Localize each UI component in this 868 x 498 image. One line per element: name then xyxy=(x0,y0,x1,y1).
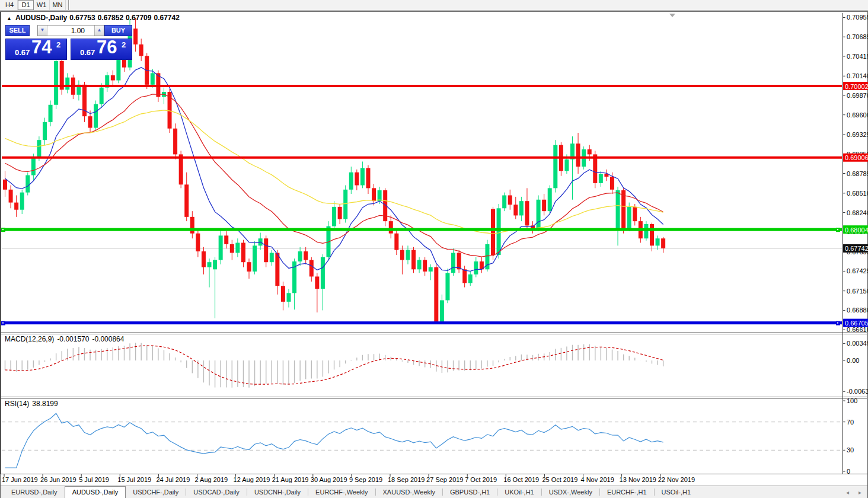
candle-body xyxy=(355,173,359,186)
tab-eurchf-weekly[interactable]: EURCHF-,Weekly xyxy=(308,486,375,498)
volume-input[interactable] xyxy=(47,25,94,36)
rsi-line xyxy=(5,413,663,468)
tab-scroll-right-icon[interactable]: ▸ xyxy=(859,489,861,496)
candle-body xyxy=(9,190,13,203)
candle-body xyxy=(445,273,449,300)
tab-eurusd-daily[interactable]: EURUSD-,Daily xyxy=(4,486,65,498)
candle-body xyxy=(576,143,580,167)
candle-body xyxy=(298,251,302,261)
hline-handle-dot xyxy=(837,229,838,230)
candle-body xyxy=(343,190,347,219)
collapse-triangle-icon[interactable]: ▲ xyxy=(7,15,12,21)
tab-usdchf-daily[interactable]: USDCHF-,Daily xyxy=(126,486,186,498)
hline-handle-dot xyxy=(837,323,838,324)
rsi-label: RSI(14) xyxy=(5,400,29,408)
date-label-15: 4 Nov 2019 xyxy=(581,476,614,483)
candle-body xyxy=(423,260,427,272)
candle-body xyxy=(264,238,268,262)
timeframe-button-h4[interactable]: H4 xyxy=(2,0,18,10)
candle-body xyxy=(372,188,376,201)
hline-handle-dot xyxy=(2,323,4,324)
volume-stepper: ▼ ▲ xyxy=(37,25,104,36)
candle-body xyxy=(219,235,223,260)
candle-body xyxy=(247,262,251,272)
tab-eurchf-h1[interactable]: EURCHF-,H1 xyxy=(600,486,654,498)
date-label-6: 12 Aug 2019 xyxy=(234,476,270,483)
price-tick-0.70685: 0.70685 xyxy=(847,33,868,40)
candle-body xyxy=(116,58,120,81)
chart-shift-marker-icon[interactable] xyxy=(669,14,675,17)
date-label-0: 17 Jun 2019 xyxy=(2,476,38,483)
candle-body xyxy=(111,75,115,80)
candle-body xyxy=(457,253,461,269)
tab-usdcnh-daily[interactable]: USDCNH-,Daily xyxy=(247,486,308,498)
hline-0.69006[interactable] xyxy=(2,157,842,159)
date-label-8: 30 Aug 2019 xyxy=(311,476,347,483)
sell-price-point: 2 xyxy=(56,40,60,49)
candle-body xyxy=(275,253,279,286)
tab-gbpusd-h1[interactable]: GBPUSD-,H1 xyxy=(443,486,497,498)
date-label-17: 22 Nov 2019 xyxy=(658,476,695,483)
candle-body xyxy=(88,116,92,127)
candle-body xyxy=(100,88,104,104)
tab-scroll-left-icon[interactable]: ◂ xyxy=(846,489,849,496)
hline-0.70002[interactable] xyxy=(2,85,842,87)
date-label-9: 9 Sep 2019 xyxy=(349,476,382,483)
candle-body xyxy=(360,168,365,185)
candle-body xyxy=(94,104,98,128)
tab-usdx-weekly[interactable]: USDX-,Weekly xyxy=(542,486,599,498)
candle-body xyxy=(208,262,212,267)
ohlc-high: 0.67852 xyxy=(98,14,123,22)
timeframe-button-d1[interactable]: D1 xyxy=(18,0,34,10)
timeframe-button-w1[interactable]: W1 xyxy=(34,0,50,10)
date-label-5: 2 Aug 2019 xyxy=(195,476,228,483)
timeframe-button-mn[interactable]: MN xyxy=(50,0,66,10)
hline-0.66705[interactable] xyxy=(2,321,842,324)
candle-body xyxy=(315,276,319,289)
price-label-0.70002: 0.70002 xyxy=(845,83,868,90)
ohlc-open: 0.67753 xyxy=(69,14,95,22)
candle-body xyxy=(281,286,285,302)
price-label-0.66705: 0.66705 xyxy=(845,320,868,327)
candle-body xyxy=(270,253,274,262)
sell-price-button[interactable]: 0.67 74 2 xyxy=(5,39,67,60)
candle-body xyxy=(49,105,53,122)
hline-0.68004[interactable] xyxy=(2,228,842,231)
tab-ukoil-h1[interactable]: UKOil-,H1 xyxy=(497,486,541,498)
date-label-1: 26 Jun 2019 xyxy=(40,476,76,483)
moving-average-10 xyxy=(5,68,663,272)
volume-decrease-icon[interactable]: ▼ xyxy=(38,25,47,36)
candle-body xyxy=(513,205,518,215)
candle-body xyxy=(3,180,7,190)
candle-body xyxy=(378,190,382,201)
candle-body xyxy=(31,157,36,175)
volume-increase-icon[interactable]: ▲ xyxy=(94,25,104,36)
price-label-0.68004: 0.68004 xyxy=(845,226,868,234)
date-label-3: 15 Jul 2019 xyxy=(117,476,151,483)
date-label-16: 13 Nov 2019 xyxy=(620,476,656,483)
price-chart: 0.709550.706850.704150.701400.698700.696… xyxy=(1,12,868,486)
sell-button[interactable]: SELL xyxy=(5,25,30,36)
candle-body xyxy=(400,250,404,260)
candle-body xyxy=(139,44,143,56)
tab-audusd-daily[interactable]: AUDUSD-,Daily xyxy=(65,486,126,498)
candle-body xyxy=(627,207,631,228)
candle-body xyxy=(553,145,557,189)
buy-price-point: 2 xyxy=(122,40,126,49)
candle-body xyxy=(287,293,291,302)
tab-usoil-h1[interactable]: USOil-,H1 xyxy=(655,486,698,498)
tab-xauusd-weekly[interactable]: XAUUSD-,Weekly xyxy=(376,486,442,498)
buy-button[interactable]: BUY xyxy=(104,25,132,36)
macd-tick: 0.00 xyxy=(847,357,859,364)
buy-price-button[interactable]: 0.67 76 2 xyxy=(71,39,132,60)
price-tick-0.70415: 0.70415 xyxy=(847,53,868,60)
candle-body xyxy=(434,267,438,322)
candle-body xyxy=(440,300,444,321)
rsi-tick: 30 xyxy=(847,446,854,454)
candle-body xyxy=(230,244,234,253)
toolbar-separator xyxy=(68,0,70,10)
candle-body xyxy=(599,174,603,183)
tab-usdcad-daily[interactable]: USDCAD-,Daily xyxy=(186,486,247,498)
macd-value-2: -0.000864 xyxy=(92,335,124,343)
candle-body xyxy=(519,201,524,215)
